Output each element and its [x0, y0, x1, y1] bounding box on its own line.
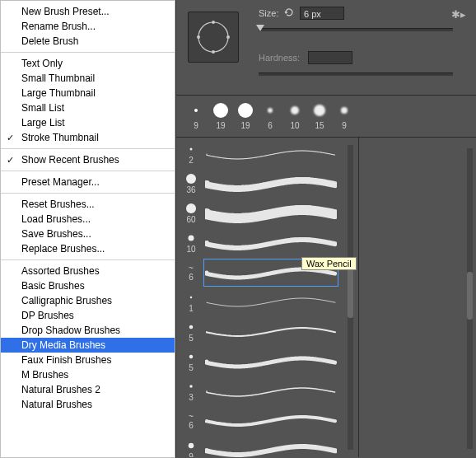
menu-separator: [1, 193, 175, 194]
menu-item[interactable]: Text Only: [1, 56, 175, 71]
brush-tip-thumb: 5: [183, 321, 199, 343]
flip-icon[interactable]: [283, 7, 296, 20]
menu-item-label: Delete Brush: [21, 35, 78, 47]
menu-item-label: Faux Finish Brushes: [21, 354, 111, 366]
panel-scrollbar[interactable]: [467, 148, 473, 449]
brush-settings-area: Size: 6 px Hardness: ✱▸: [176, 0, 476, 96]
menu-item-label: Stroke Thumbnail: [21, 132, 99, 143]
size-input[interactable]: 6 px: [300, 7, 344, 20]
brush-stroke-row[interactable]: ~6: [183, 406, 358, 436]
svg-point-11: [341, 107, 348, 114]
menu-item[interactable]: Dry Media Brushes: [1, 338, 175, 353]
brush-tip-thumb: 1: [183, 292, 199, 313]
brush-dot-icon: [336, 102, 352, 119]
gear-icon[interactable]: ✱▸: [451, 8, 466, 21]
menu-item[interactable]: Load Brushes...: [1, 212, 175, 227]
brush-stroke-preview: [205, 349, 337, 374]
brush-panel: Size: 6 px Hardness: ✱▸ 91919610159 2366…: [175, 0, 476, 458]
svg-point-16: [190, 297, 193, 299]
brush-stroke-preview: [205, 379, 337, 404]
menu-item-label: M Brushes: [21, 369, 68, 381]
stroke-list-scrollbar[interactable]: [348, 145, 353, 450]
menu-item[interactable]: ✓Show Recent Brushes: [1, 152, 175, 167]
brush-stroke-row[interactable]: 2: [183, 139, 358, 169]
menu-item[interactable]: Reset Brushes...: [1, 197, 175, 212]
menu-item[interactable]: Small Thumbnail: [1, 71, 175, 86]
check-icon: ✓: [7, 152, 14, 167]
brush-stroke-row[interactable]: 5: [183, 317, 358, 347]
hardness-input[interactable]: [308, 51, 352, 64]
brush-stroke-row[interactable]: 36: [183, 169, 358, 199]
swatch-size-label: 6: [268, 121, 273, 130]
recent-brush-swatch[interactable]: 9: [333, 102, 356, 130]
brush-stroke-row[interactable]: 5: [183, 347, 358, 376]
recent-brush-swatch[interactable]: 19: [209, 102, 232, 130]
brush-stroke-row[interactable]: 9: [183, 436, 358, 457]
menu-item[interactable]: Assorted Brushes: [1, 264, 175, 278]
menu-item[interactable]: ✓Stroke Thumbnail: [1, 130, 175, 145]
menu-item[interactable]: Save Brushes...: [1, 227, 175, 241]
hardness-slider[interactable]: [259, 72, 453, 76]
menu-item[interactable]: Delete Brush: [1, 34, 175, 49]
recent-brush-swatch[interactable]: 10: [283, 102, 306, 130]
brush-stroke-preview: [205, 142, 337, 166]
recent-brush-swatch[interactable]: 19: [234, 102, 257, 130]
swatch-size-label: 9: [194, 121, 198, 130]
menu-item-label: Small List: [21, 102, 64, 114]
brush-stroke-preview: [205, 231, 337, 255]
recent-brush-swatch[interactable]: 6: [259, 102, 282, 130]
brush-tip-thumb: 9: [183, 440, 199, 457]
menu-separator: [1, 148, 175, 149]
check-icon: ✓: [7, 130, 14, 145]
tooltip: Wax Pencil: [301, 257, 357, 270]
brush-stroke-row[interactable]: 60: [183, 199, 358, 228]
recent-brush-swatch[interactable]: 9: [184, 102, 208, 130]
svg-point-5: [194, 109, 198, 112]
svg-point-9: [291, 106, 299, 114]
brush-dot-icon: [188, 102, 204, 119]
menu-item[interactable]: Basic Brushes: [1, 278, 175, 293]
menu-item[interactable]: Small List: [1, 100, 175, 115]
brush-stroke-row[interactable]: 3: [183, 376, 358, 406]
menu-item[interactable]: Calligraphic Brushes: [1, 293, 175, 308]
menu-item[interactable]: Natural Brushes 2: [1, 382, 175, 397]
menu-item[interactable]: DP Brushes: [1, 308, 175, 323]
brush-tip-preview[interactable]: [188, 12, 239, 63]
svg-point-10: [314, 105, 325, 116]
menu-item[interactable]: Faux Finish Brushes: [1, 353, 175, 367]
menu-item-label: Calligraphic Brushes: [21, 295, 112, 306]
svg-point-2: [212, 50, 215, 54]
svg-point-7: [238, 103, 253, 118]
brush-stroke-preview: [205, 438, 337, 457]
recent-brush-swatch[interactable]: 15: [308, 102, 331, 130]
svg-point-6: [213, 103, 228, 118]
brush-stroke-preview: [205, 320, 337, 344]
menu-separator: [1, 171, 175, 171]
menu-item[interactable]: Preset Manager...: [1, 175, 175, 189]
menu-item[interactable]: Rename Brush...: [1, 19, 175, 34]
brush-stroke-preview: [205, 409, 337, 433]
menu-item-label: Load Brushes...: [21, 213, 91, 225]
brush-tip-thumb: 2: [183, 143, 199, 165]
svg-point-3: [197, 35, 200, 39]
menu-item[interactable]: Large Thumbnail: [1, 86, 175, 100]
menu-item[interactable]: Drop Shadow Brushes: [1, 323, 175, 338]
brush-stroke-list: 2366010~61553~6932: [176, 138, 359, 457]
svg-point-13: [186, 174, 196, 184]
menu-item[interactable]: Large List: [1, 115, 175, 130]
brush-stroke-preview: [205, 171, 337, 196]
menu-item-label: Large List: [21, 117, 65, 129]
menu-item[interactable]: Replace Brushes...: [1, 241, 175, 256]
brush-stroke-row[interactable]: 10: [183, 228, 358, 258]
brush-dot-icon: [287, 102, 303, 119]
brush-stroke-row[interactable]: 1: [183, 287, 358, 317]
swatch-size-label: 15: [315, 121, 324, 130]
menu-item[interactable]: Natural Brushes: [1, 397, 175, 412]
size-slider[interactable]: [259, 28, 453, 31]
menu-item[interactable]: M Brushes: [1, 367, 175, 382]
swatch-size-label: 10: [290, 121, 299, 130]
menu-item[interactable]: New Brush Preset...: [1, 4, 175, 19]
brush-tip-thumb: 60: [183, 203, 199, 224]
svg-point-8: [268, 108, 273, 113]
svg-point-15: [189, 236, 194, 241]
